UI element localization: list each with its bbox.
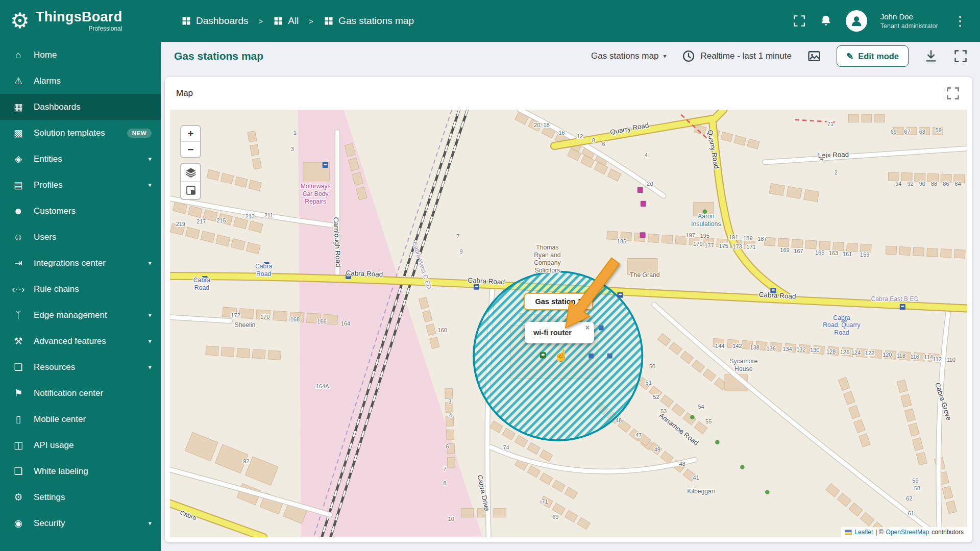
map-label: 189 <box>743 235 752 241</box>
map-label: 20, 18 <box>534 122 550 128</box>
map-label: 3 <box>291 146 294 152</box>
sidebar-item-customers[interactable]: ☻Customers <box>0 198 161 224</box>
map-label: 90 <box>919 181 925 187</box>
mobile-center-icon: ▯ <box>12 413 25 425</box>
sidebar-item-notification-center[interactable]: ⚑Notification center <box>0 380 161 406</box>
zoom-in-button[interactable]: + <box>181 126 200 142</box>
sidebar-item-security[interactable]: ◉Security▾ <box>0 510 161 536</box>
timewindow-button[interactable]: Realtime - last 1 minute <box>681 49 792 63</box>
map-label: Road <box>194 284 209 291</box>
sidebar-item-home[interactable]: ⌂Home <box>0 42 161 68</box>
sidebar-item-users[interactable]: ☺Users <box>0 224 161 250</box>
map-label: 130 <box>810 347 819 353</box>
map-label: 92 <box>907 181 913 187</box>
sidebar-item-profiles[interactable]: ▤Profiles▾ <box>0 172 161 198</box>
dashboard-state-select[interactable]: Gas stations map ▾ <box>591 51 666 61</box>
edit-mode-button[interactable]: ✎ Edit mode <box>837 45 909 67</box>
sidebar-item-entities[interactable]: ◈Entities▾ <box>0 146 161 172</box>
chevron-down-icon: ▾ <box>148 519 152 527</box>
widget-fullscreen-icon[interactable] <box>946 86 960 101</box>
sidebar-item-white-labeling[interactable]: ❑White labeling <box>0 458 161 484</box>
main-content: Gas stations map Gas stations map ▾ Real… <box>161 42 980 551</box>
map-attribution: Leaflet | © OpenStreetMap contributors <box>841 527 967 537</box>
map-label: 48 <box>616 417 622 423</box>
app-edition: Professional <box>36 25 122 32</box>
dashboard-image-icon[interactable] <box>807 49 821 63</box>
white-labeling-icon: ❑ <box>12 465 25 477</box>
map-label: 6 <box>446 443 449 449</box>
leaflet-link[interactable]: Leaflet <box>854 529 873 536</box>
breadcrumb-label: Dashboards <box>196 15 248 27</box>
sidebar-item-edge-management[interactable]: ᛉEdge management▾ <box>0 302 161 328</box>
sidebar-nav: ⌂Home⚠Alarms▦Dashboards▩Solution templat… <box>0 42 161 551</box>
sidebar-item-label: API usage <box>34 440 152 450</box>
map-label: Kilbeggan <box>687 488 715 495</box>
breadcrumb-item[interactable]: Gas stations map <box>324 15 414 27</box>
map-label: 211 <box>264 212 274 218</box>
more-menu-icon[interactable]: ⋮ <box>951 13 969 29</box>
map-label: 4 <box>449 412 452 418</box>
gas-station-marker-label[interactable]: Gas station 1 <box>524 293 593 310</box>
user-role: Tenant administrator <box>880 22 938 30</box>
map-label: 166 <box>317 318 326 324</box>
map-label: Repairs <box>305 198 326 205</box>
edge-management-icon: ᛉ <box>12 310 25 321</box>
sidebar-item-mobile-center[interactable]: ▯Mobile center <box>0 406 161 432</box>
wifi-router-tooltip[interactable]: wi-fi router × <box>525 322 594 343</box>
layers-button[interactable] <box>181 164 200 182</box>
map-label: Sycamore <box>729 358 757 365</box>
map-label: 59 <box>912 478 918 484</box>
sidebar-item-label: Dashboards <box>34 102 152 112</box>
map-label: Cabra <box>193 277 211 284</box>
sidebar-item-settings[interactable]: ⚙Settings <box>0 484 161 510</box>
sidebar-item-api-usage[interactable]: ◫API usage <box>0 432 161 458</box>
map-label: 136 <box>766 345 775 352</box>
user-avatar[interactable] <box>846 10 867 32</box>
fullscreen-icon[interactable] <box>793 14 806 28</box>
map-label: 112 <box>933 356 942 362</box>
map-label: 55 <box>705 418 712 424</box>
users-icon: ☺ <box>12 232 25 243</box>
map-label: Solicitors <box>535 267 560 274</box>
thingsboard-logo[interactable]: ⚙ ThingsBoard Professional <box>0 10 161 32</box>
home-icon: ⌂ <box>12 49 25 61</box>
sidebar-item-integrations-center[interactable]: ⇥Integrations center▾ <box>0 250 161 276</box>
map[interactable]: Quarry RoadQuarry RoadLeix RoadCabra Roa… <box>170 110 967 537</box>
map-label: 171 <box>746 244 755 250</box>
sidebar-item-resources[interactable]: ❏Resources▾ <box>0 354 161 380</box>
sidebar-item-label: Mobile center <box>34 414 152 424</box>
map-label: 138 <box>750 344 760 350</box>
minimap-toggle-button[interactable] <box>181 182 200 199</box>
tooltip-close-icon[interactable]: × <box>585 323 590 332</box>
dashboards-icon: ▦ <box>12 101 25 113</box>
notifications-bell-icon[interactable] <box>819 14 832 28</box>
security-icon: ◉ <box>12 517 25 529</box>
map-label: 118 <box>896 353 905 359</box>
sidebar-item-label: Security <box>34 518 139 529</box>
map-label: 215 <box>216 217 226 223</box>
openstreetmap-link[interactable]: OpenStreetMap <box>886 529 929 536</box>
download-icon[interactable] <box>924 49 938 63</box>
map-label: 92 <box>243 458 249 464</box>
widget-title: Map <box>176 88 193 98</box>
map-label: 132 <box>796 346 805 353</box>
zoom-out-button[interactable]: − <box>181 142 200 157</box>
sidebar-item-rule-chains[interactable]: ‹··›Rule chains <box>0 276 161 302</box>
sidebar-item-alarms[interactable]: ⚠Alarms <box>0 68 161 94</box>
breadcrumb-item[interactable]: Dashboards <box>181 15 248 27</box>
breadcrumb-separator: > <box>258 17 263 26</box>
page-title: Gas stations map <box>174 50 263 62</box>
map-label: 53 <box>660 408 667 414</box>
sidebar-item-dashboards[interactable]: ▦Dashboards <box>0 94 161 120</box>
dashboard-grid-icon <box>273 16 283 26</box>
breadcrumb-item[interactable]: All <box>273 15 299 27</box>
map-widget-header: Map <box>165 77 972 110</box>
map-label: Ryan and <box>534 252 561 259</box>
map-label: 173 <box>732 243 742 249</box>
map-label: 185 <box>617 238 626 244</box>
fullscreen-dashboard-icon[interactable] <box>953 49 968 63</box>
sidebar-item-advanced-features[interactable]: ⚒Advanced features▾ <box>0 328 161 354</box>
sidebar-item-solution-templates[interactable]: ▩Solution templatesNEW <box>0 120 161 146</box>
settings-icon: ⚙ <box>12 491 25 503</box>
map-label: 84 <box>955 181 961 187</box>
